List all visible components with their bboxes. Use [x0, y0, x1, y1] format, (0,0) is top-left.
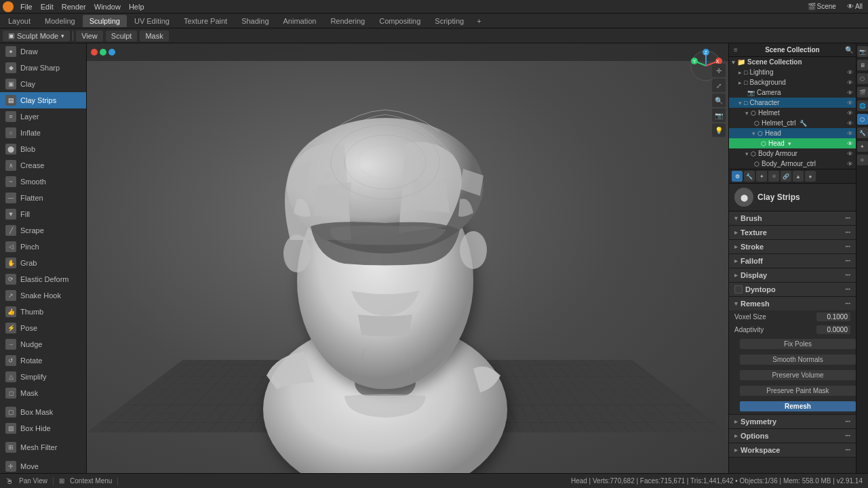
tool-crease[interactable]: ∧ Crease [0, 157, 86, 174]
tool-elastic-deform[interactable]: ⟳ Elastic Deform [0, 271, 86, 287]
camera-eye[interactable]: 👁 [847, 89, 853, 96]
tab-texture-paint[interactable]: Texture Paint [177, 15, 234, 27]
tab-sculpting[interactable]: Sculpting [83, 15, 127, 27]
tab-compositing[interactable]: Compositing [372, 15, 427, 27]
tool-box-hide[interactable]: ▧ Box Hide [0, 420, 86, 436]
remesh-btn[interactable]: Remesh [740, 401, 856, 411]
section-workspace-header[interactable]: ▸ Workspace ··· [729, 443, 856, 457]
tool-simplify[interactable]: △ Simplify [0, 369, 86, 385]
strip-world-icon[interactable]: 🌐 [857, 100, 868, 111]
tool-pose[interactable]: ⚡ Pose [0, 320, 86, 336]
tool-box-mask[interactable]: ▢ Box Mask [0, 404, 86, 420]
viewport-icon-cursor[interactable]: ✛ [712, 64, 726, 77]
tool-draw-sharp[interactable]: ◆ Draw Sharp [0, 60, 86, 76]
section-dyntopo-header[interactable]: Dyntopo ··· [729, 283, 856, 296]
tool-move[interactable]: ✛ Move [0, 458, 86, 473]
voxel-size-value[interactable]: 0.1000 [816, 312, 850, 321]
tab-scripting[interactable]: Scripting [428, 15, 471, 27]
outliner-item-helmet-ctrl[interactable]: ⬡ Helmet_ctrl 🔧 👁 [729, 118, 856, 128]
body-armour-eye[interactable]: 👁 [847, 150, 853, 157]
tab-animation[interactable]: Animation [277, 15, 323, 27]
tool-layer[interactable]: ≡ Layer [0, 108, 86, 125]
outliner-search-icon[interactable]: 🔍 [845, 46, 853, 54]
strip-render-icon[interactable]: 📷 [857, 46, 868, 57]
sculpt-menu[interactable]: Sculpt [106, 30, 138, 41]
tool-inflate[interactable]: ○ Inflate [0, 125, 86, 141]
tool-clay-strips[interactable]: ▤ Clay Strips [0, 92, 86, 108]
section-symmetry-header[interactable]: ▸ Symmetry ··· [729, 415, 856, 428]
preserve-paint-mask-btn[interactable]: Preserve Paint Mask [740, 386, 856, 396]
tool-draw[interactable]: ● Draw [0, 43, 86, 60]
outliner-expand-icon[interactable]: ≡ [732, 45, 740, 54]
strip-modifier-icon[interactable]: 🔧 [857, 127, 868, 138]
tab-add[interactable]: + [471, 15, 486, 27]
all-selector[interactable]: 👁 All [844, 3, 865, 10]
tool-scrape[interactable]: ╱ Scrape [0, 222, 86, 239]
viewport-icon-camera[interactable]: 📷 [712, 108, 726, 122]
strip-scene-icon[interactable]: 🎬 [857, 87, 868, 98]
section-falloff-header[interactable]: ▸ Falloff ··· [729, 254, 856, 268]
strip-object-icon[interactable]: ⬡ [857, 114, 868, 125]
props-tab-data[interactable]: ▲ [793, 171, 804, 182]
outliner-item-camera[interactable]: 📷 Camera 👁 [729, 87, 856, 98]
menu-render[interactable]: Render [58, 1, 90, 12]
mask-menu[interactable]: Mask [140, 30, 168, 41]
tool-blob[interactable]: ⬤ Blob [0, 141, 86, 157]
tool-pinch[interactable]: ◁ Pinch [0, 239, 86, 255]
props-tab-material[interactable]: ● [805, 171, 816, 182]
outliner-item-character[interactable]: ▾ □ Character 👁 [729, 98, 856, 108]
helmet-eye[interactable]: 👁 [847, 110, 853, 117]
props-tab-constraints[interactable]: 🔗 [781, 171, 791, 182]
scene-selector[interactable]: 🎬 Scene [805, 3, 839, 10]
tool-snake-hook[interactable]: ↗ Snake Hook [0, 287, 86, 304]
body-armour-ctrl-eye[interactable]: 👁 [847, 161, 853, 167]
viewport-icon-move[interactable]: ⤢ [712, 79, 726, 92]
strip-physics-icon[interactable]: ⚛ [857, 155, 868, 165]
outliner-item-helmet[interactable]: ▾ ⬡ Helmet 👁 [729, 108, 856, 118]
tool-mesh-filter[interactable]: ⊞ Mesh Filter [0, 439, 86, 455]
preserve-volume-btn[interactable]: Preserve Volume [740, 370, 856, 380]
dyntopo-checkbox[interactable] [734, 285, 743, 293]
section-brush-header[interactable]: ▾ Brush ··· [729, 211, 856, 225]
section-options-header[interactable]: ▸ Options ··· [729, 429, 856, 443]
outliner-item-head-active[interactable]: ⬡ Head ▾ 👁 [729, 138, 856, 148]
viewport[interactable]: X Y Z ✛ ⤢ 🔍 📷 💡 [87, 43, 728, 473]
tool-rotate[interactable]: ↺ Rotate [0, 352, 86, 369]
section-stroke-header[interactable]: ▸ Stroke ··· [729, 240, 856, 253]
head-eye[interactable]: 👁 [847, 130, 853, 137]
smooth-normals-btn[interactable]: Smooth Normals [740, 354, 856, 365]
outliner-item-head[interactable]: ▾ ⬡ Head 👁 [729, 128, 856, 138]
strip-particles-icon[interactable]: ✦ [857, 141, 868, 152]
tool-fill[interactable]: ▼ Fill [0, 206, 86, 222]
tool-mask[interactable]: ◻ Mask [0, 385, 86, 401]
tab-shading[interactable]: Shading [235, 15, 275, 27]
outliner-item-background[interactable]: ▸ □ Background 👁 [729, 77, 856, 87]
menu-edit[interactable]: Edit [37, 1, 58, 12]
view-menu[interactable]: View [76, 30, 103, 41]
strip-output-icon[interactable]: 🖥 [857, 60, 868, 70]
tool-thumb[interactable]: 👍 Thumb [0, 304, 86, 320]
tab-rendering[interactable]: Rendering [323, 15, 372, 27]
head-active-eye[interactable]: 👁 [847, 140, 853, 147]
section-texture-header[interactable]: ▸ Texture ··· [729, 226, 856, 239]
viewport-icon-light[interactable]: 💡 [712, 123, 726, 137]
menu-file[interactable]: File [16, 1, 37, 12]
mode-selector[interactable]: ▣ Sculpt Mode ▾ [3, 30, 70, 41]
helmet-ctrl-eye[interactable]: 👁 [847, 120, 853, 127]
props-tab-object[interactable]: ⚙ [732, 171, 743, 182]
background-eye[interactable]: 👁 [847, 79, 853, 86]
props-tab-particles[interactable]: ✦ [756, 171, 767, 182]
adaptivity-value[interactable]: 0.0000 [816, 325, 850, 334]
props-tab-modifier[interactable]: 🔧 [744, 171, 755, 182]
character-eye[interactable]: 👁 [847, 100, 853, 106]
tab-uv-editing[interactable]: UV Editing [127, 15, 176, 27]
menu-help[interactable]: Help [125, 1, 149, 12]
outliner-item-body-armour-ctrl[interactable]: ⬡ Body_Armour_ctrl 👁 [729, 159, 856, 169]
outliner-item-lighting[interactable]: ▸ □ Lighting 👁 [729, 67, 856, 77]
tool-nudge[interactable]: → Nudge [0, 336, 86, 352]
tab-layout[interactable]: Layout [1, 15, 37, 27]
viewport-icon-zoom[interactable]: 🔍 [712, 94, 726, 107]
section-display-header[interactable]: ▸ Display ··· [729, 268, 856, 282]
strip-view-icon[interactable]: ⬡ [857, 73, 868, 84]
section-remesh-header[interactable]: ▾ Remesh ··· [729, 297, 856, 310]
